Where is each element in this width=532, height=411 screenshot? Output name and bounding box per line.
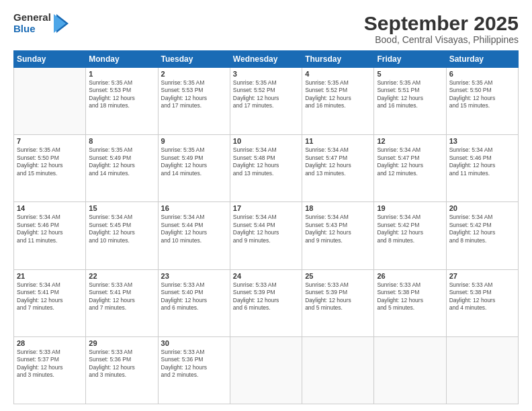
day-info: Sunrise: 5:33 AM Sunset: 5:38 PM Dayligh… [449,281,515,312]
calendar-cell: 1Sunrise: 5:35 AM Sunset: 5:53 PM Daylig… [86,68,158,135]
day-info: Sunrise: 5:35 AM Sunset: 5:53 PM Dayligh… [161,79,227,110]
calendar-cell: 30Sunrise: 5:33 AM Sunset: 5:36 PM Dayli… [158,336,230,404]
day-info: Sunrise: 5:35 AM Sunset: 5:50 PM Dayligh… [17,146,83,177]
calendar-cell: 14Sunrise: 5:34 AM Sunset: 5:46 PM Dayli… [14,202,86,269]
calendar-cell: 21Sunrise: 5:34 AM Sunset: 5:41 PM Dayli… [14,269,86,336]
day-number: 25 [305,272,371,280]
day-info: Sunrise: 5:35 AM Sunset: 5:51 PM Dayligh… [377,79,443,110]
day-info: Sunrise: 5:33 AM Sunset: 5:37 PM Dayligh… [17,349,83,379]
calendar-cell: 16Sunrise: 5:34 AM Sunset: 5:44 PM Dayli… [158,202,230,269]
day-number: 23 [161,272,227,280]
day-info: Sunrise: 5:34 AM Sunset: 5:45 PM Dayligh… [89,214,154,244]
week-row-2: 7Sunrise: 5:35 AM Sunset: 5:50 PM Daylig… [14,135,519,202]
calendar-cell: 2Sunrise: 5:35 AM Sunset: 5:53 PM Daylig… [158,68,230,135]
day-number: 29 [89,339,154,347]
logo-icon [54,14,69,33]
day-number: 11 [305,137,371,145]
page: General Blue September 2025 Bood, Centra… [0,0,532,411]
day-number: 12 [377,137,443,145]
calendar-cell: 12Sunrise: 5:34 AM Sunset: 5:47 PM Dayli… [374,135,446,202]
calendar-cell: 11Sunrise: 5:34 AM Sunset: 5:47 PM Dayli… [302,135,374,202]
day-header-thursday: Thursday [302,51,374,68]
calendar-cell: 23Sunrise: 5:33 AM Sunset: 5:40 PM Dayli… [158,269,230,336]
day-info: Sunrise: 5:35 AM Sunset: 5:49 PM Dayligh… [89,146,154,177]
day-number: 27 [449,272,515,280]
day-info: Sunrise: 5:34 AM Sunset: 5:42 PM Dayligh… [377,214,443,244]
day-info: Sunrise: 5:33 AM Sunset: 5:39 PM Dayligh… [305,281,371,312]
calendar-table: SundayMondayTuesdayWednesdayThursdayFrid… [13,50,519,404]
day-info: Sunrise: 5:33 AM Sunset: 5:41 PM Dayligh… [89,281,154,312]
calendar-cell: 7Sunrise: 5:35 AM Sunset: 5:50 PM Daylig… [14,135,86,202]
calendar-cell: 5Sunrise: 5:35 AM Sunset: 5:51 PM Daylig… [374,68,446,135]
title-section: September 2025 Bood, Central Visayas, Ph… [364,12,519,45]
week-row-5: 28Sunrise: 5:33 AM Sunset: 5:37 PM Dayli… [14,336,519,404]
calendar-cell [14,68,86,135]
day-number: 24 [233,272,299,280]
day-number: 28 [17,339,83,347]
calendar-cell [446,336,518,404]
week-row-1: 1Sunrise: 5:35 AM Sunset: 5:53 PM Daylig… [14,68,519,135]
calendar-cell: 17Sunrise: 5:34 AM Sunset: 5:44 PM Dayli… [230,202,302,269]
day-number: 21 [17,272,83,280]
calendar: SundayMondayTuesdayWednesdayThursdayFrid… [13,50,519,404]
calendar-cell: 27Sunrise: 5:33 AM Sunset: 5:38 PM Dayli… [446,269,518,336]
day-number: 13 [449,137,515,145]
calendar-cell [230,336,302,404]
day-info: Sunrise: 5:34 AM Sunset: 5:43 PM Dayligh… [305,214,371,244]
week-row-3: 14Sunrise: 5:34 AM Sunset: 5:46 PM Dayli… [14,202,519,269]
calendar-cell: 20Sunrise: 5:34 AM Sunset: 5:42 PM Dayli… [446,202,518,269]
location: Bood, Central Visayas, Philippines [364,34,519,45]
day-info: Sunrise: 5:33 AM Sunset: 5:40 PM Dayligh… [161,281,227,312]
day-number: 14 [17,204,83,212]
week-row-4: 21Sunrise: 5:34 AM Sunset: 5:41 PM Dayli… [14,269,519,336]
day-header-sunday: Sunday [14,51,86,68]
day-header-tuesday: Tuesday [158,51,230,68]
calendar-cell: 15Sunrise: 5:34 AM Sunset: 5:45 PM Dayli… [86,202,158,269]
logo-text: General Blue [13,12,51,34]
calendar-cell: 28Sunrise: 5:33 AM Sunset: 5:37 PM Dayli… [14,336,86,404]
day-number: 4 [305,70,371,78]
calendar-cell: 26Sunrise: 5:33 AM Sunset: 5:38 PM Dayli… [374,269,446,336]
day-header-row: SundayMondayTuesdayWednesdayThursdayFrid… [14,51,519,68]
day-info: Sunrise: 5:35 AM Sunset: 5:50 PM Dayligh… [449,79,515,110]
calendar-cell: 24Sunrise: 5:33 AM Sunset: 5:39 PM Dayli… [230,269,302,336]
day-info: Sunrise: 5:34 AM Sunset: 5:46 PM Dayligh… [449,146,515,177]
day-number: 5 [377,70,443,78]
day-header-friday: Friday [374,51,446,68]
calendar-cell: 9Sunrise: 5:35 AM Sunset: 5:49 PM Daylig… [158,135,230,202]
day-info: Sunrise: 5:35 AM Sunset: 5:52 PM Dayligh… [305,79,371,110]
day-number: 26 [377,272,443,280]
day-number: 6 [449,70,515,78]
day-header-saturday: Saturday [446,51,518,68]
logo: General Blue [13,12,69,34]
day-number: 18 [305,204,371,212]
day-number: 3 [233,70,299,78]
calendar-cell: 25Sunrise: 5:33 AM Sunset: 5:39 PM Dayli… [302,269,374,336]
calendar-cell: 3Sunrise: 5:35 AM Sunset: 5:52 PM Daylig… [230,68,302,135]
calendar-cell: 10Sunrise: 5:34 AM Sunset: 5:48 PM Dayli… [230,135,302,202]
day-number: 8 [89,137,154,145]
calendar-cell: 29Sunrise: 5:33 AM Sunset: 5:36 PM Dayli… [86,336,158,404]
day-number: 10 [233,137,299,145]
day-info: Sunrise: 5:34 AM Sunset: 5:41 PM Dayligh… [17,281,83,312]
calendar-cell: 18Sunrise: 5:34 AM Sunset: 5:43 PM Dayli… [302,202,374,269]
day-number: 22 [89,272,154,280]
day-info: Sunrise: 5:34 AM Sunset: 5:47 PM Dayligh… [377,146,443,177]
calendar-cell [302,336,374,404]
day-number: 17 [233,204,299,212]
day-number: 16 [161,204,227,212]
logo-general: General [13,12,51,24]
calendar-cell: 13Sunrise: 5:34 AM Sunset: 5:46 PM Dayli… [446,135,518,202]
day-number: 7 [17,137,83,145]
day-info: Sunrise: 5:34 AM Sunset: 5:48 PM Dayligh… [233,146,299,177]
day-number: 9 [161,137,227,145]
day-info: Sunrise: 5:34 AM Sunset: 5:42 PM Dayligh… [449,214,515,244]
day-info: Sunrise: 5:34 AM Sunset: 5:44 PM Dayligh… [233,214,299,244]
calendar-cell: 6Sunrise: 5:35 AM Sunset: 5:50 PM Daylig… [446,68,518,135]
day-info: Sunrise: 5:35 AM Sunset: 5:53 PM Dayligh… [89,79,154,110]
day-number: 1 [89,70,154,78]
calendar-cell: 22Sunrise: 5:33 AM Sunset: 5:41 PM Dayli… [86,269,158,336]
calendar-cell: 4Sunrise: 5:35 AM Sunset: 5:52 PM Daylig… [302,68,374,135]
day-info: Sunrise: 5:33 AM Sunset: 5:36 PM Dayligh… [161,349,227,379]
day-number: 19 [377,204,443,212]
